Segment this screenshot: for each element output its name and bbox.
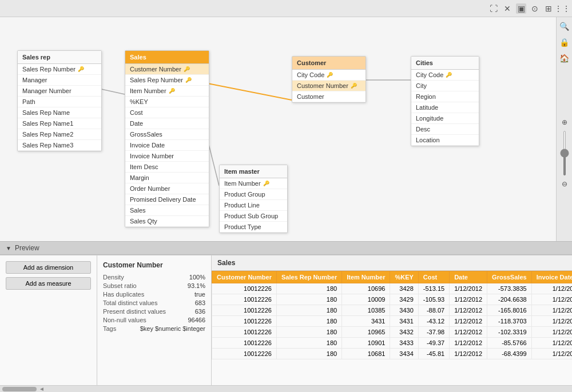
expand-icon[interactable]: ⛶: [488, 3, 499, 14]
field-cost: Cost: [125, 107, 209, 118]
scroll-thumb[interactable]: [2, 387, 37, 391]
stat-value: true: [194, 291, 205, 298]
table-cell: 10012226: [212, 305, 277, 316]
field-sales-rep-name: Sales Rep Name: [18, 107, 101, 118]
stat-row: Non-null values96466: [103, 317, 205, 323]
table-cell: 1/12/2012: [450, 294, 487, 305]
lock-icon[interactable]: 🔒: [559, 37, 570, 48]
dots-icon[interactable]: ⊙: [530, 3, 540, 14]
field-sales-rep-number: Sales Rep Number 🔑: [125, 75, 209, 86]
stat-row: Present distinct values636: [103, 308, 205, 315]
field-product-group: Product Group: [220, 189, 287, 200]
canvas[interactable]: Sales rep Sales Rep Number 🔑 Manager Man…: [0, 17, 556, 241]
add-measure-button[interactable]: Add as measure: [6, 277, 91, 290]
stat-row: Total distinct values683: [103, 299, 205, 306]
table-cell: 1/12/2012: [450, 338, 487, 349]
table-cell: 10681: [342, 349, 390, 359]
table-row: 10012226180109653432-37.981/12/2012-102.…: [212, 327, 573, 338]
table-cell: 1/12/20: [531, 283, 572, 294]
table-body: 10012226180106963428-513.151/12/2012-573…: [212, 283, 573, 359]
field-item-number-im: Item Number 🔑: [220, 178, 287, 189]
customer-header: Customer: [292, 57, 366, 70]
table-cell: 10901: [342, 338, 390, 349]
table-cell: 1/12/2012: [450, 283, 487, 294]
table-column-header: GrossSales: [487, 271, 532, 283]
table-cell: 3433: [390, 338, 418, 349]
table-row: 1001222618034313431-43.121/12/2012-118.3…: [212, 316, 573, 327]
scroll-label: ◄: [39, 386, 45, 392]
table-cell: 10012226: [212, 283, 277, 294]
square-icon[interactable]: ▣: [516, 3, 526, 14]
preview-stats: Density100%Subset ratio93.1%Has duplicat…: [103, 274, 205, 332]
home-icon[interactable]: 🏠: [559, 53, 570, 64]
table-cell: 3431: [390, 316, 418, 327]
stat-label: Density: [103, 274, 124, 281]
table-cell: 180: [276, 294, 341, 305]
table-column-header: Invoice Date: [531, 271, 572, 283]
field-pct-key: %KEY: [125, 97, 209, 107]
stat-value: 636: [195, 308, 205, 315]
stat-value: 100%: [189, 274, 205, 281]
field-margin: Margin: [125, 173, 209, 183]
divider-arrow: ▼: [6, 245, 11, 251]
table-cell: 3430: [390, 305, 418, 316]
table-cell: -118.3703: [487, 316, 532, 327]
field-item-number: Item Number 🔑: [125, 86, 209, 97]
sales-rep-header: Sales rep: [18, 51, 101, 64]
field-customer-number-c: Customer Number 🔑: [292, 81, 366, 91]
table-cell: -105.93: [418, 294, 449, 305]
toolbar: ⛶ ✕ ▣ ⊙ ⊞ ⋮⋮: [0, 0, 572, 17]
preview-left-panel: Add as dimension Add as measure: [0, 255, 97, 385]
field-date: Date: [125, 118, 209, 129]
table-cell: -88.07: [418, 305, 449, 316]
stat-row: Density100%: [103, 274, 205, 281]
table-column-header: Item Number: [342, 271, 390, 283]
stat-row: Tags$key $numeric $integer: [103, 325, 205, 332]
zoom-slider[interactable]: [563, 130, 566, 176]
preview-label: Preview: [15, 244, 39, 252]
apps-icon[interactable]: ⋮⋮: [557, 3, 567, 14]
field-customer-number: Customer Number 🔑: [125, 64, 209, 75]
zoom-slider-container: ⊕ ⊖: [559, 69, 570, 238]
table-cell: 1/12/20: [531, 316, 572, 327]
table-cell: 1/12/2012: [450, 316, 487, 327]
table-cell: 10012226: [212, 349, 277, 359]
table-cell: -165.8016: [487, 305, 532, 316]
add-dimension-button[interactable]: Add as dimension: [6, 261, 91, 274]
table-cell: 1/12/2012: [450, 327, 487, 338]
table-row: 10012226180103853430-88.071/12/2012-165.…: [212, 305, 573, 316]
table-cell: -45.81: [418, 349, 449, 359]
search-icon[interactable]: 🔍: [559, 21, 570, 32]
table-cell: 10012226: [212, 316, 277, 327]
table-cell: 3432: [390, 327, 418, 338]
horizontal-scrollbar[interactable]: ◄: [0, 385, 572, 392]
table-cell: -513.15: [418, 283, 449, 294]
field-sales-qty: Sales Qty: [125, 216, 209, 227]
table-cell: 10012226: [212, 338, 277, 349]
field-customer: Customer: [292, 91, 366, 102]
table-sales-rep: Sales rep Sales Rep Number 🔑 Manager Man…: [17, 50, 102, 151]
zoom-in-icon[interactable]: ⊕: [559, 117, 570, 128]
main-area: Sales rep Sales Rep Number 🔑 Manager Man…: [0, 17, 572, 241]
field-invoice-number: Invoice Number: [125, 151, 209, 162]
table-cell: 10965: [342, 327, 390, 338]
column-title: Customer Number: [103, 261, 205, 269]
preview-area: Add as dimension Add as measure Customer…: [0, 255, 572, 392]
field-order-number: Order Number: [125, 183, 209, 194]
field-manager: Manager: [18, 75, 101, 86]
zoom-out-icon[interactable]: ⊖: [559, 178, 570, 190]
svg-line-1: [199, 82, 292, 100]
field-region: Region: [411, 91, 479, 102]
table-cell: -49.37: [418, 338, 449, 349]
grid-icon[interactable]: ⊞: [543, 3, 554, 14]
preview-divider[interactable]: ▼ Preview: [0, 241, 572, 255]
table-column-header: Customer Number: [212, 271, 277, 283]
field-longitude: Longitude: [411, 113, 479, 124]
field-sales-rep-name2: Sales Rep Name2: [18, 129, 101, 140]
table-cell: 10696: [342, 283, 390, 294]
field-item-desc: Item Desc: [125, 162, 209, 173]
close-x-icon[interactable]: ✕: [502, 3, 513, 14]
table-header-row: Customer NumberSales Rep NumberItem Numb…: [212, 271, 573, 283]
table-row: 10012226180106813434-45.811/12/2012-68.4…: [212, 349, 573, 359]
preview-right-panel[interactable]: Sales Customer NumberSales Rep NumberIte…: [212, 255, 572, 385]
